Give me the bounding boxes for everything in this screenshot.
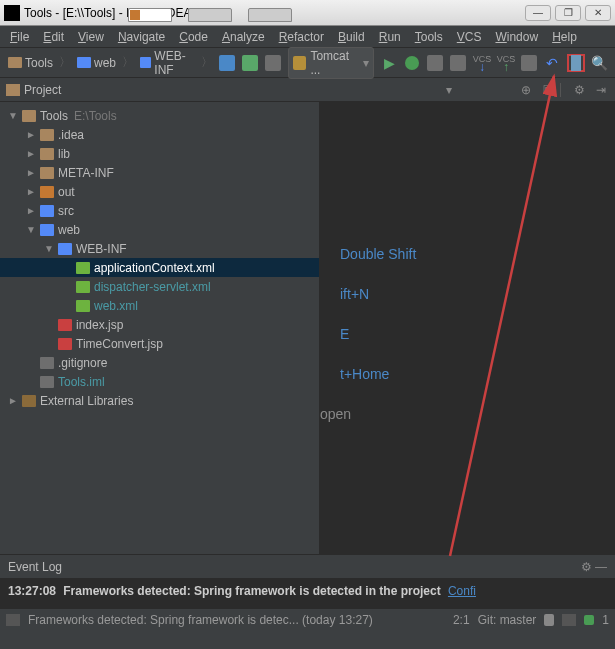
menu-vcs[interactable]: VCS	[451, 28, 488, 46]
tree-node-label: web.xml	[94, 299, 138, 313]
tree-node-web-inf[interactable]: ▼WEB-INF	[0, 239, 319, 258]
folder-icon	[8, 57, 22, 68]
menu-run[interactable]: Run	[373, 28, 407, 46]
expand-arrow-icon[interactable]: ►	[26, 205, 36, 216]
toolbar-icon[interactable]	[427, 54, 444, 72]
status-icon[interactable]	[562, 614, 576, 626]
folder-icon	[140, 57, 151, 68]
tree-node-applicationcontext-xml[interactable]: applicationContext.xml	[0, 258, 319, 277]
tree-node-label: .gitignore	[58, 356, 107, 370]
menu-refactor[interactable]: Refactor	[273, 28, 330, 46]
editor-hint: t+Home	[340, 366, 389, 382]
spring-icon	[76, 262, 90, 274]
expand-arrow-icon[interactable]: ▼	[44, 243, 54, 254]
jsp-icon	[58, 338, 72, 350]
tree-node-lib[interactable]: ►lib	[0, 144, 319, 163]
toolbar-icon[interactable]	[450, 54, 467, 72]
undo-button[interactable]: ↶	[544, 54, 561, 72]
tree-node-timeconvert-jsp[interactable]: TimeConvert.jsp	[0, 334, 319, 353]
tree-node-external-libraries[interactable]: ►External Libraries	[0, 391, 319, 410]
lock-icon[interactable]	[544, 614, 554, 626]
breadcrumb-web-inf[interactable]: WEB-INF	[136, 47, 199, 79]
menu-window[interactable]: Window	[489, 28, 544, 46]
menu-view[interactable]: View	[72, 28, 110, 46]
expand-arrow-icon[interactable]: ►	[26, 129, 36, 140]
run-button[interactable]: ▶	[381, 54, 398, 72]
expand-arrow-icon[interactable]: ▼	[8, 110, 18, 121]
menu-tools[interactable]: Tools	[409, 28, 449, 46]
project-structure-button[interactable]	[567, 54, 585, 72]
gear-icon[interactable]: ⚙	[571, 82, 587, 98]
hide-icon[interactable]: ⇥	[593, 82, 609, 98]
breadcrumb-label: WEB-INF	[154, 49, 195, 77]
tree-node-tools-iml[interactable]: Tools.iml	[0, 372, 319, 391]
breadcrumb-tools[interactable]: Tools	[4, 54, 57, 72]
collapse-all-icon[interactable]: ⇱	[540, 82, 556, 98]
notifications-icon[interactable]	[584, 615, 594, 625]
tree-node-meta-inf[interactable]: ►META-INF	[0, 163, 319, 182]
tree-node-label: index.jsp	[76, 318, 123, 332]
menu-build[interactable]: Build	[332, 28, 371, 46]
maximize-button[interactable]: ❐	[555, 5, 581, 21]
tree-node-dispatcher-servlet-xml[interactable]: dispatcher-servlet.xml	[0, 277, 319, 296]
toolbar-icon[interactable]	[521, 54, 538, 72]
tree-node-index-jsp[interactable]: index.jsp	[0, 315, 319, 334]
breadcrumb-web[interactable]: web	[73, 54, 120, 72]
menu-analyze[interactable]: Analyze	[216, 28, 271, 46]
console-link[interactable]: Confi	[448, 584, 476, 598]
git-branch[interactable]: Git: master	[478, 613, 537, 627]
project-panel-label: Project	[24, 83, 446, 97]
toolbar-icon[interactable]	[218, 54, 235, 72]
toolbar-icon[interactable]	[264, 54, 281, 72]
expand-arrow-icon[interactable]: ►	[8, 395, 18, 406]
bg-tab	[128, 8, 172, 22]
expand-arrow-icon[interactable]: ►	[26, 186, 36, 197]
debug-button[interactable]	[404, 54, 421, 72]
expand-arrow-icon[interactable]: ►	[26, 148, 36, 159]
close-button[interactable]: ✕	[585, 5, 611, 21]
tree-node-out[interactable]: ►out	[0, 182, 319, 201]
caret-position: 2:1	[453, 613, 470, 627]
event-log-tab[interactable]: Event Log ⚙ —	[0, 554, 615, 578]
scroll-from-source-icon[interactable]: ⊕	[518, 82, 534, 98]
menu-code[interactable]: Code	[173, 28, 214, 46]
event-log-console: 13:27:08 Frameworks detected: Spring fra…	[0, 578, 615, 608]
project-tree[interactable]: ▼ToolsE:\Tools►.idea►lib►META-INF►out►sr…	[0, 102, 320, 554]
menu-navigate[interactable]: Navigate	[112, 28, 171, 46]
toolbar: Tools〉web〉WEB-INF〉 Tomcat ... ▾ ▶ VCS↓ V…	[0, 48, 615, 78]
tree-node-src[interactable]: ►src	[0, 201, 319, 220]
chevron-down-icon: ▾	[363, 56, 369, 70]
run-config-select[interactable]: Tomcat ... ▾	[288, 47, 374, 79]
event-log-label: Event Log	[8, 560, 62, 574]
console-text: Frameworks detected: Spring framework is…	[63, 584, 440, 598]
vcs-update-button[interactable]: VCS↓	[473, 54, 491, 72]
menu-file[interactable]: File	[4, 28, 35, 46]
editor-hint: ift+N	[340, 286, 369, 302]
file-icon	[40, 357, 54, 369]
editor-hint: open	[320, 406, 351, 422]
toolbar-icon[interactable]	[241, 54, 258, 72]
status-count: 1	[602, 613, 609, 627]
vcs-commit-button[interactable]: VCS↑	[497, 54, 515, 72]
tree-node--idea[interactable]: ►.idea	[0, 125, 319, 144]
folder-icon	[22, 110, 36, 122]
search-button[interactable]: 🔍	[591, 54, 608, 72]
minimize-button[interactable]: —	[525, 5, 551, 21]
project-panel-header[interactable]: Project ▾ ⊕ ⇱ ⚙ ⇥	[0, 78, 615, 102]
run-config-label: Tomcat ...	[310, 49, 359, 77]
tomcat-icon	[293, 56, 306, 70]
folder-blue-icon	[58, 243, 72, 255]
tree-node--gitignore[interactable]: .gitignore	[0, 353, 319, 372]
tree-node-web[interactable]: ▼web	[0, 220, 319, 239]
status-icon[interactable]	[6, 614, 20, 626]
expand-arrow-icon[interactable]: ►	[26, 167, 36, 178]
gear-icon[interactable]: ⚙ —	[581, 560, 607, 574]
folder-blue-icon	[40, 205, 54, 217]
tree-node-web-xml[interactable]: web.xml	[0, 296, 319, 315]
menu-help[interactable]: Help	[546, 28, 583, 46]
menu-bar: FileEditViewNavigateCodeAnalyzeRefactorB…	[0, 26, 615, 48]
menu-edit[interactable]: Edit	[37, 28, 70, 46]
tree-node-label: TimeConvert.jsp	[76, 337, 163, 351]
expand-arrow-icon[interactable]: ▼	[26, 224, 36, 235]
tree-node-tools[interactable]: ▼ToolsE:\Tools	[0, 106, 319, 125]
